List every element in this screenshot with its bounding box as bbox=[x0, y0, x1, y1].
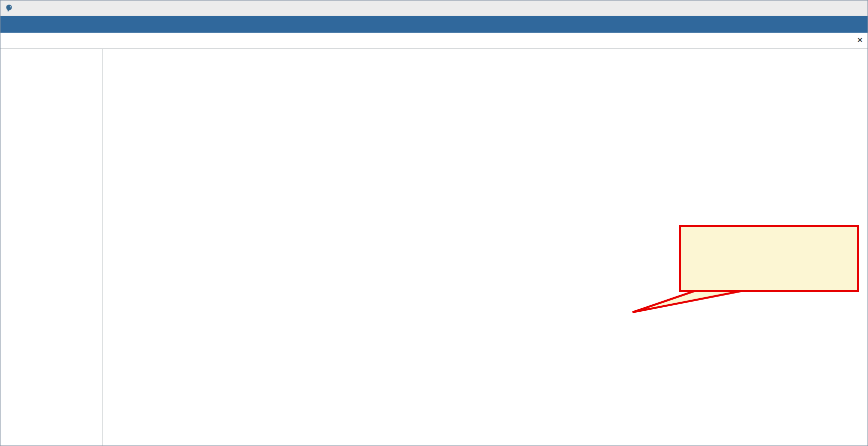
title-bar bbox=[1, 1, 867, 16]
tab-toolbar: × bbox=[1, 33, 867, 49]
close-panel-icon[interactable]: × bbox=[857, 35, 862, 45]
pgadmin-logo-icon bbox=[5, 4, 13, 12]
menu-bar bbox=[1, 16, 867, 33]
annotation-callout bbox=[679, 225, 859, 292]
pgadmin-window: × bbox=[0, 0, 868, 446]
browser-tree bbox=[1, 49, 103, 445]
